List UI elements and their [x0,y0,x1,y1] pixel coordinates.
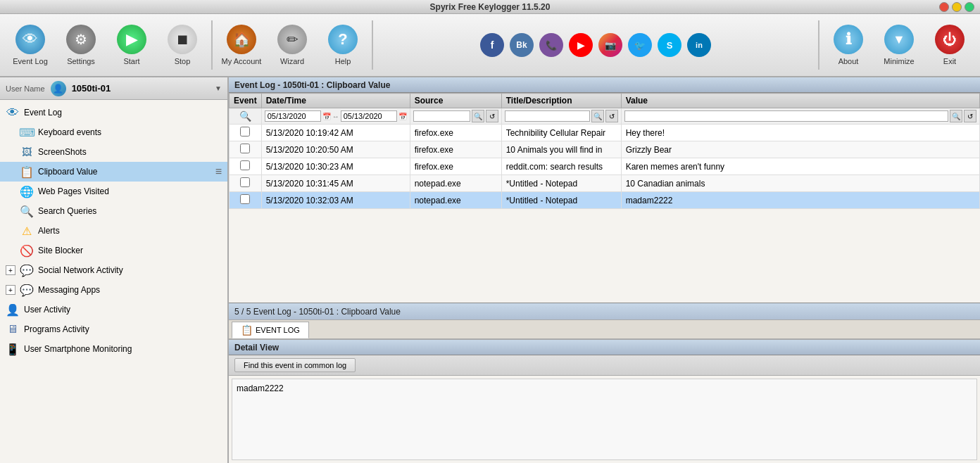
detail-content-text: madam2222 [237,383,284,393]
event-log-title-text: Event Log - 1050ti-01 : Clipboard Value [234,80,390,90]
source-filter-input[interactable] [413,110,470,122]
vk-icon[interactable]: Bk [510,33,534,57]
my-account-icon: 🏠 [227,25,256,54]
skype-icon[interactable]: S [658,33,681,57]
keyboard-tree-icon: ⌨ [20,125,34,139]
sidebar-item-clipboard[interactable]: 📋 Clipboard Value ≡ [0,162,227,182]
social-expand-icon[interactable]: + [6,265,15,275]
my-account-button[interactable]: 🏠 My Account [217,17,266,73]
row-title: 10 Animals you will find in [501,141,621,158]
viber-icon[interactable]: 📞 [539,33,563,57]
messaging-expand-icon[interactable]: + [6,285,15,295]
help-icon: ? [328,25,358,54]
table-row[interactable]: 5/13/2020 10:19:42 AMfirefox.exeTechnibi… [230,125,980,141]
date-from-input[interactable] [265,110,321,122]
event-table: Event Date/Time Source Title/Description… [229,93,980,209]
value-filter-input[interactable] [624,110,948,122]
event-log-label: Event Log [13,57,48,65]
source-filter-clear-btn[interactable]: ↺ [486,110,498,122]
detail-content: madam2222 [232,379,977,460]
col-header-datetime: Date/Time [261,94,410,108]
event-log-tree-icon: 👁 [6,106,20,120]
table-row[interactable]: 5/13/2020 10:31:45 AMnotepad.exe*Untitle… [230,175,980,192]
maximize-button[interactable] [965,2,974,12]
sidebar-item-messaging[interactable]: + 💬 Messaging Apps [0,280,227,300]
toolbar-separator-3 [818,20,819,70]
table-row[interactable]: 5/13/2020 10:32:03 AMnotepad.exe*Untitle… [230,192,980,209]
value-filter-search-btn[interactable]: 🔍 [950,110,962,122]
about-button[interactable]: ℹ About [824,17,873,73]
date-filter: 📅 ↔ 📅 [265,110,407,122]
sidebar-item-alerts[interactable]: ⚠ Alerts [0,221,227,241]
toolbar: 👁 Event Log ⚙ Settings ▶ Start ⏹ Stop 🏠 … [0,14,980,77]
sidebar-item-screenshots[interactable]: 🖼 ScreenShots [0,142,227,162]
sidebar-item-keyboard[interactable]: ⌨ Keyboard events [0,122,227,142]
title-filter-clear-btn[interactable]: ↺ [605,110,618,122]
right-panel: Event Log - 1050ti-01 : Clipboard Value … [229,77,980,463]
close-button[interactable] [939,2,949,12]
sidebar-item-site-blocker[interactable]: 🚫 Site Blocker [0,241,227,260]
sidebar-item-user-activity[interactable]: 👤 User Activity [0,300,227,319]
my-account-label: My Account [222,57,262,65]
event-log-icon: 👁 [15,25,45,54]
tab-bar: 📋 EVENT LOG [229,319,980,338]
row-value: Karen memes aren't funny [621,158,979,175]
toolbar-right: ℹ About ▼ Minimize ⏻ Exit [824,17,974,73]
filter-event-icon: 🔍 [239,110,251,122]
table-row[interactable]: 5/13/2020 10:20:50 AMfirefox.exe10 Anima… [230,141,980,158]
programs-tree-icon: 🖥 [6,322,20,336]
filter-datetime-cell: 📅 ↔ 📅 [261,108,410,125]
event-log-button[interactable]: 👁 Event Log [6,17,55,73]
sidebar-item-social-network[interactable]: + 💬 Social Network Activity [0,260,227,280]
date-to-input[interactable] [341,110,397,122]
row-datetime: 5/13/2020 10:20:50 AM [261,141,410,158]
sidebar-item-smartphone[interactable]: 📱 User Smartphone Monitoring [0,339,227,359]
help-button[interactable]: ? Help [318,17,367,73]
row-checkbox[interactable] [240,194,250,204]
title-filter-input[interactable] [505,110,590,122]
status-bar: 5 / 5 Event Log - 1050ti-01 : Clipboard … [229,303,980,319]
value-filter-clear-btn[interactable]: ↺ [964,110,976,122]
social-tree-icon: 💬 [20,263,34,277]
title-filter-search-btn[interactable]: 🔍 [591,110,604,122]
exit-icon: ⏻ [935,25,965,54]
wizard-button[interactable]: ✏ Wizard [268,17,317,73]
minimize-button-title[interactable] [952,2,962,12]
row-value: madam2222 [621,192,979,209]
event-log-panel: Event Log - 1050ti-01 : Clipboard Value … [229,77,980,340]
twitter-icon[interactable]: 🐦 [628,33,652,57]
sidebar-item-programs-activity[interactable]: 🖥 Programs Activity [0,319,227,339]
table-row[interactable]: 5/13/2020 10:30:23 AMfirefox.exereddit.c… [230,158,980,175]
instagram-icon[interactable]: 📷 [598,33,622,57]
sidebar-item-search-queries[interactable]: 🔍 Search Queries [0,201,227,221]
exit-button[interactable]: ⏻ Exit [925,17,974,73]
detail-panel: Detail View Find this event in common lo… [229,340,980,463]
sidebar-item-web-pages[interactable]: 🌐 Web Pages Visited [0,182,227,201]
filter-event-cell: 🔍 [230,108,262,125]
calendar-from-icon[interactable]: 📅 [322,113,331,120]
calendar-to-icon[interactable]: 📅 [398,113,407,120]
row-checkbox[interactable] [240,160,250,170]
sidebar-screenshots-label: ScreenShots [38,147,87,157]
facebook-icon[interactable]: f [480,33,504,57]
settings-button[interactable]: ⚙ Settings [56,17,106,73]
event-log-tab[interactable]: 📋 EVENT LOG [232,322,309,338]
detail-panel-title: Detail View [229,340,980,355]
find-event-button[interactable]: Find this event in common log [234,358,356,372]
start-button[interactable]: ▶ Start [107,17,156,73]
help-label: Help [335,57,351,65]
title-bar: Spyrix Free Keylogger 11.5.20 [0,0,980,14]
sidebar-tree: 👁 Event Log ⌨ Keyboard events 🖼 ScreenSh… [0,100,227,463]
row-checkbox[interactable] [240,177,250,187]
row-checkbox[interactable] [240,127,250,137]
sidebar-item-event-log[interactable]: 👁 Event Log [0,103,227,122]
row-checkbox[interactable] [240,144,250,153]
stop-button[interactable]: ⏹ Stop [158,17,207,73]
linkedin-icon[interactable]: in [687,33,711,57]
youtube-icon[interactable]: ▶ [569,33,593,57]
minimize-button[interactable]: ▼ Minimize [874,17,924,73]
source-filter-search-btn[interactable]: 🔍 [472,110,484,122]
row-checkbox-cell [230,141,262,158]
user-dropdown-arrow[interactable]: ▼ [215,84,222,92]
event-table-container[interactable]: Event Date/Time Source Title/Description… [229,93,980,303]
